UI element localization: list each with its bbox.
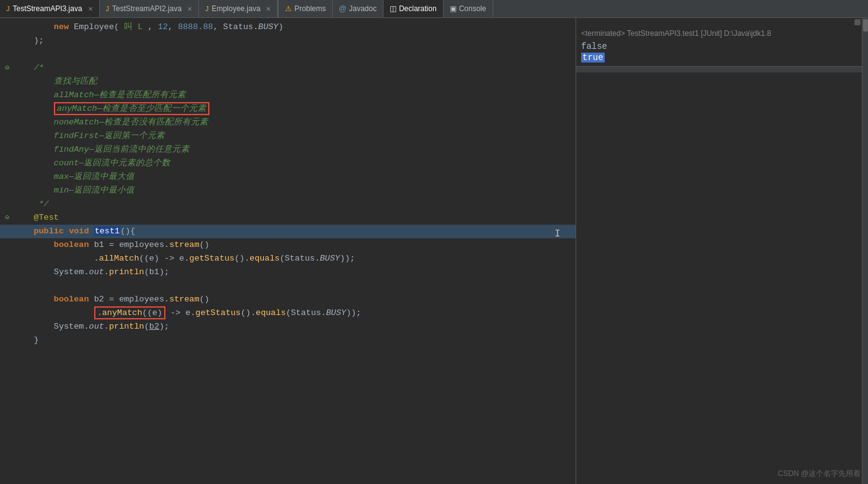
scrollbar-thumb[interactable] (863, 19, 868, 32)
tab-label-1: TestStreamAPI3.java (13, 4, 82, 13)
output-false: false (581, 41, 607, 51)
code-line-comment-1: 查找与匹配 (0, 75, 576, 89)
code-line-blank1 (0, 48, 576, 61)
code-line-comment-2: allMatch—检查是否匹配所有元素 (0, 89, 576, 102)
code-line-comment-6: findAny—返回当前流中的任意元素 (0, 143, 576, 157)
tab-employee[interactable]: J Employee.java ✕ (199, 0, 278, 17)
scrollbar-thumb-top[interactable] (854, 19, 861, 25)
code-line-comment-open: ⊖ /* (0, 61, 576, 75)
right-panel-scrollbar[interactable] (862, 18, 868, 484)
code-line-annotation: ⊖ @Test (0, 211, 576, 225)
tab-console[interactable]: ▣ Console (444, 0, 493, 17)
code-line-comment-8: max—返回流中最大值 (0, 170, 576, 184)
code-line-comment-close: */ (0, 197, 576, 211)
console-horizontal-scrollbar[interactable] (576, 66, 862, 72)
tab-teststreamapi3[interactable]: J TestStreamAPI3.java ✕ (0, 0, 100, 17)
tab-close-1[interactable]: ✕ (88, 6, 93, 12)
java-icon-3: J (205, 5, 209, 12)
console-output-line2: true (581, 53, 857, 63)
code-editor[interactable]: new Employee( 叫 L , 12, 8888.88, Status.… (0, 18, 576, 350)
right-panel-inner: <terminated> TestStreamAPI3.test1 [JUnit… (576, 18, 868, 484)
main-area: new Employee( 叫 L , 12, 8888.88, Status.… (0, 18, 868, 484)
code-line-blank2 (0, 279, 576, 293)
java-icon-2: J (106, 5, 110, 12)
tab-teststreamapi2[interactable]: J TestStreamAPI2.java ✕ (100, 0, 199, 17)
java-icon-1: J (6, 5, 10, 12)
code-line-b1: boolean b1 = employees.stream() (0, 238, 576, 252)
code-line-b2: boolean b2 = employees.stream() (0, 293, 576, 306)
console-content: <terminated> TestStreamAPI3.test1 [JUnit… (576, 18, 862, 484)
output-true: true (581, 53, 605, 63)
problems-label: Problems (294, 4, 326, 13)
declaration-label: Declaration (399, 4, 437, 13)
tab-javadoc[interactable]: @ Javadoc (333, 0, 384, 17)
code-line-println-b1: System.out.println(b1); (0, 266, 576, 279)
code-line-anyMatch: .anyMatch((e) -> e.getStatus().equals(St… (0, 306, 576, 320)
tab-close-3[interactable]: ✕ (266, 6, 271, 12)
tab-problems[interactable]: ⚠ Problems (278, 0, 333, 17)
right-panel: <terminated> TestStreamAPI3.test1 [JUnit… (576, 18, 868, 484)
code-line-closing: } (0, 334, 576, 347)
cursor-indicator: I (555, 228, 561, 240)
console-label: Console (459, 4, 486, 13)
editor-pane[interactable]: new Employee( 叫 L , 12, 8888.88, Status.… (0, 18, 576, 484)
console-output-line1: false (581, 41, 857, 51)
code-line-allMatch: .allMatch((e) -> e.getStatus().equals(St… (0, 252, 576, 266)
console-area[interactable]: <terminated> TestStreamAPI3.test1 [JUnit… (576, 25, 862, 66)
code-line-comment-7: count—返回流中元素的总个数 (0, 157, 576, 170)
console-icon: ▣ (450, 4, 457, 13)
code-line-method-sig: public void test1(){ (0, 225, 576, 238)
tab-label-2: TestStreamAPI2.java (112, 4, 182, 13)
code-line-comment-3: anyMatch—检查是否至少匹配一个元素 (0, 102, 576, 116)
javadoc-icon: @ (339, 4, 346, 13)
console-terminated-header: <terminated> TestStreamAPI3.test1 [JUnit… (581, 29, 857, 38)
tab-declaration[interactable]: ◫ Declaration (384, 0, 444, 17)
code-line-paren: ); (0, 34, 576, 48)
javadoc-label: Javadoc (349, 4, 377, 13)
problems-icon: ⚠ (285, 4, 292, 13)
tab-bar: J TestStreamAPI3.java ✕ J TestStreamAPI2… (0, 0, 868, 18)
code-line-comment-9: min—返回流中最小值 (0, 184, 576, 197)
declaration-icon: ◫ (390, 4, 397, 13)
tab-close-2[interactable]: ✕ (187, 6, 192, 12)
code-line-comment-4: noneMatch—检查是否没有匹配所有元素 (0, 116, 576, 129)
tab-label-3: Employee.java (212, 4, 261, 13)
code-line-println-b2: System.out.println(b2); (0, 320, 576, 334)
code-line-comment-5: findFirst—返回第一个元素 (0, 129, 576, 143)
code-line-new-employee: new Employee( 叫 L , 12, 8888.88, Status.… (0, 20, 576, 34)
watermark: CSDN @这个名字先用着 (778, 469, 861, 479)
